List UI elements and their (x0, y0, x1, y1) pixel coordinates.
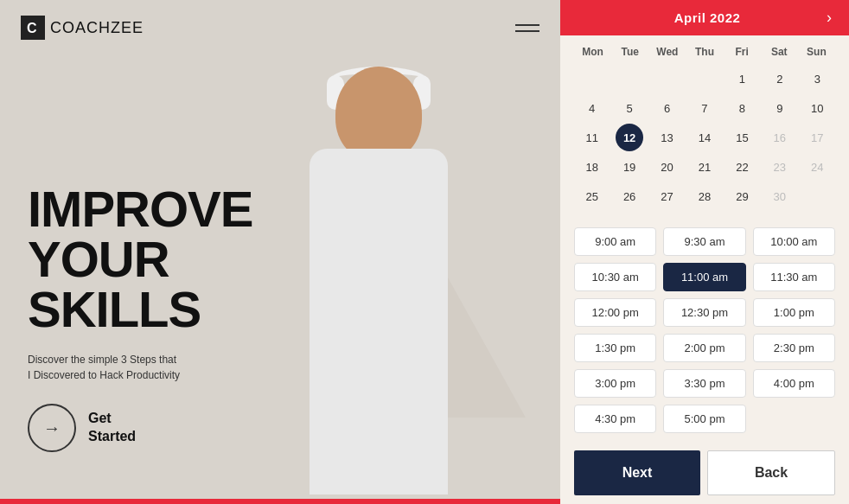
day-23[interactable]: 23 (766, 153, 794, 181)
day-6[interactable]: 6 (654, 94, 681, 122)
slot-200pm[interactable]: 2:00 pm (663, 334, 745, 362)
weekday-fri: Fri (724, 42, 761, 61)
back-button[interactable]: Back (707, 450, 835, 495)
day-30[interactable]: 30 (766, 182, 794, 210)
next-button[interactable]: Next (574, 450, 700, 495)
day-17[interactable]: 17 (803, 124, 831, 151)
day-25[interactable]: 25 (578, 182, 606, 210)
day-3[interactable]: 3 (803, 65, 831, 93)
logo-icon: C (21, 16, 45, 40)
weekday-sat: Sat (761, 42, 798, 61)
day-24[interactable]: 24 (803, 153, 831, 181)
slot-930am[interactable]: 9:30 am (663, 227, 745, 256)
slot-300pm[interactable]: 3:00 pm (574, 369, 656, 398)
day-empty-last (803, 182, 831, 210)
day-2[interactable]: 2 (766, 65, 794, 93)
day-18[interactable]: 18 (578, 153, 606, 181)
day-19[interactable]: 19 (616, 153, 643, 181)
time-slots-grid: 9:00 am 9:30 am 10:00 am 10:30 am 11:00 … (574, 227, 835, 433)
hamburger-line-1 (515, 24, 539, 26)
day-12-today[interactable]: 12 (616, 124, 643, 151)
day-27[interactable]: 27 (654, 182, 681, 210)
calendar-grid: Mon Tue Wed Thu Fri Sat Sun 1 2 3 4 5 6 … (560, 35, 849, 217)
day-16[interactable]: 16 (766, 124, 794, 151)
slot-1030am[interactable]: 10:30 am (574, 263, 656, 291)
day-empty-2 (616, 65, 643, 93)
person-body (310, 149, 448, 494)
header: C COACHZEE (0, 0, 560, 55)
day-11[interactable]: 11 (578, 124, 606, 151)
slot-330pm[interactable]: 3:30 pm (663, 369, 745, 398)
slot-1230pm[interactable]: 12:30 pm (663, 298, 745, 327)
time-slots-container: 9:00 am 9:30 am 10:00 am 10:30 am 11:00 … (560, 217, 849, 443)
day-29[interactable]: 29 (728, 182, 756, 210)
subtitle: Discover the simple 3 Steps that I Disco… (28, 352, 253, 383)
day-20[interactable]: 20 (654, 153, 681, 181)
slot-1100am[interactable]: 11:00 am (663, 263, 745, 291)
weekday-sun: Sun (798, 42, 835, 61)
slot-900am[interactable]: 9:00 am (574, 227, 656, 256)
day-7[interactable]: 7 (691, 94, 718, 122)
headline-line-2: YOUR (28, 234, 253, 284)
headline-line-1: IMPROVE (28, 184, 253, 234)
arrow-icon: → (43, 418, 61, 438)
day-1[interactable]: 1 (728, 65, 756, 93)
cta-line-2: Started (88, 428, 136, 446)
calendar-days: 1 2 3 4 5 6 7 8 9 10 11 12 13 14 15 16 1… (574, 65, 835, 210)
day-empty-3 (654, 65, 681, 93)
day-empty-1 (578, 65, 606, 93)
subtitle-line-2: I Discovered to Hack Productivity (28, 367, 253, 383)
day-10[interactable]: 10 (803, 94, 831, 122)
right-panel: April 2022 › Mon Tue Wed Thu Fri Sat Sun… (560, 0, 849, 504)
logo: C COACHZEE (21, 16, 144, 40)
logo-name-coach: COACH (50, 19, 111, 36)
day-21[interactable]: 21 (691, 153, 718, 181)
day-15[interactable]: 15 (728, 124, 756, 151)
slot-1000am[interactable]: 10:00 am (753, 227, 835, 256)
slot-130pm[interactable]: 1:30 pm (574, 334, 656, 362)
logo-name-zee: ZEE (111, 19, 144, 36)
slot-430pm[interactable]: 4:30 pm (574, 405, 656, 433)
cta-line-1: Get (88, 410, 136, 428)
day-13[interactable]: 13 (654, 124, 681, 151)
footer-buttons: Next Back (560, 443, 849, 504)
slot-1130am[interactable]: 11:30 am (753, 263, 835, 291)
person-head (335, 67, 422, 162)
weekday-mon: Mon (574, 42, 611, 61)
calendar-weekdays: Mon Tue Wed Thu Fri Sat Sun (574, 42, 835, 61)
slot-230pm[interactable]: 2:30 pm (753, 334, 835, 362)
day-14[interactable]: 14 (691, 124, 718, 151)
headline: IMPROVE YOUR SKILLS (28, 184, 253, 335)
day-22[interactable]: 22 (728, 153, 756, 181)
weekday-wed: Wed (648, 42, 686, 61)
logo-text: COACHZEE (50, 19, 144, 37)
day-8[interactable]: 8 (728, 94, 756, 122)
hamburger-menu[interactable] (515, 24, 539, 32)
weekday-thu: Thu (686, 42, 723, 61)
hamburger-line-2 (515, 30, 539, 32)
circle-arrow-button[interactable]: → (28, 404, 76, 452)
slot-400pm[interactable]: 4:00 pm (753, 369, 835, 398)
calendar-next-button[interactable]: › (823, 9, 835, 27)
day-28[interactable]: 28 (691, 182, 718, 210)
left-panel: C COACHZEE IMPROVE YOUR SKILLS Discover … (0, 0, 560, 504)
day-4[interactable]: 4 (578, 94, 606, 122)
svg-text:C: C (27, 21, 37, 35)
day-26[interactable]: 26 (616, 182, 643, 210)
calendar-month: April 2022 (674, 10, 741, 25)
hero-image (214, 49, 543, 499)
main-content: IMPROVE YOUR SKILLS Discover the simple … (28, 184, 253, 452)
slot-500pm[interactable]: 5:00 pm (663, 405, 745, 433)
red-bottom-bar (0, 499, 560, 504)
get-started-label: Get Started (88, 410, 136, 446)
subtitle-line-1: Discover the simple 3 Steps that (28, 352, 253, 367)
day-empty-4 (691, 65, 718, 93)
slot-1200pm[interactable]: 12:00 pm (574, 298, 656, 327)
day-5[interactable]: 5 (616, 94, 643, 122)
get-started-button[interactable]: → Get Started (28, 404, 253, 452)
calendar-header: April 2022 › (560, 0, 849, 35)
weekday-tue: Tue (611, 42, 648, 61)
headline-line-3: SKILLS (28, 284, 253, 335)
slot-100pm[interactable]: 1:00 pm (753, 298, 835, 327)
day-9[interactable]: 9 (766, 94, 794, 122)
